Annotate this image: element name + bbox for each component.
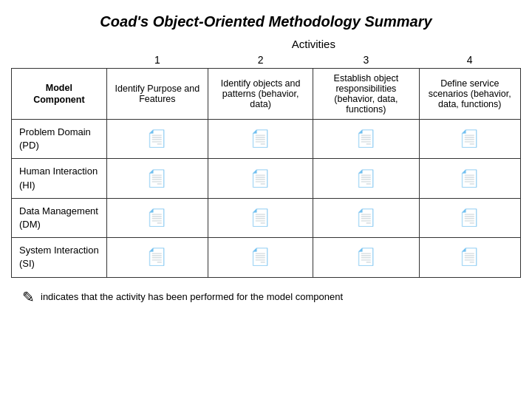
data-cell-3-1: 📄 bbox=[208, 238, 313, 277]
col-num-3: 3 bbox=[313, 52, 419, 69]
row-label-2: Data Management (DM) bbox=[12, 198, 107, 237]
data-cell-2-3: 📄 bbox=[419, 198, 521, 237]
header-cell-4: Define service scenarios (behavior, data… bbox=[419, 69, 521, 120]
header-cell-1: Identify Purpose and Features bbox=[106, 69, 208, 120]
activities-header: Activities bbox=[106, 38, 520, 52]
header-cell-2: Identify objects and patterns (behavior,… bbox=[208, 69, 313, 120]
data-cell-1-1: 📄 bbox=[208, 159, 313, 198]
legend-text: indicates that the activity has been per… bbox=[41, 291, 343, 302]
header-cell-3: Establish object responsibilities (behav… bbox=[313, 69, 419, 120]
data-cell-2-2: 📄 bbox=[313, 198, 419, 237]
data-cell-0-1: 📄 bbox=[208, 120, 313, 159]
col-num-2: 2 bbox=[208, 52, 313, 69]
col-num-1: 1 bbox=[106, 52, 208, 69]
page-title: Coad's Object-Oriented Methodology Summa… bbox=[100, 13, 432, 30]
data-cell-1-3: 📄 bbox=[419, 159, 521, 198]
row-label-0: Problem Domain (PD) bbox=[12, 120, 107, 159]
main-table: Activities 1 2 3 4 Model Component Ident… bbox=[11, 38, 521, 278]
empty-corner bbox=[12, 38, 107, 52]
col-num-4: 4 bbox=[419, 52, 521, 69]
row-label-1: Human Interaction (HI) bbox=[12, 159, 107, 198]
model-component-header: Model Component bbox=[12, 69, 107, 120]
data-cell-1-0: 📄 bbox=[106, 159, 208, 198]
data-cell-3-0: 📄 bbox=[106, 238, 208, 277]
legend-icon: ✎ bbox=[22, 288, 35, 306]
data-cell-1-2: 📄 bbox=[313, 159, 419, 198]
data-cell-3-3: 📄 bbox=[419, 238, 521, 277]
data-cell-0-3: 📄 bbox=[419, 120, 521, 159]
row-label-3: System Interaction (SI) bbox=[12, 238, 107, 277]
data-cell-0-2: 📄 bbox=[313, 120, 419, 159]
legend: ✎ indicates that the activity has been p… bbox=[22, 288, 343, 306]
data-cell-3-2: 📄 bbox=[313, 238, 419, 277]
spacer bbox=[12, 52, 107, 69]
data-cell-2-0: 📄 bbox=[106, 198, 208, 237]
data-cell-0-0: 📄 bbox=[106, 120, 208, 159]
data-cell-2-1: 📄 bbox=[208, 198, 313, 237]
